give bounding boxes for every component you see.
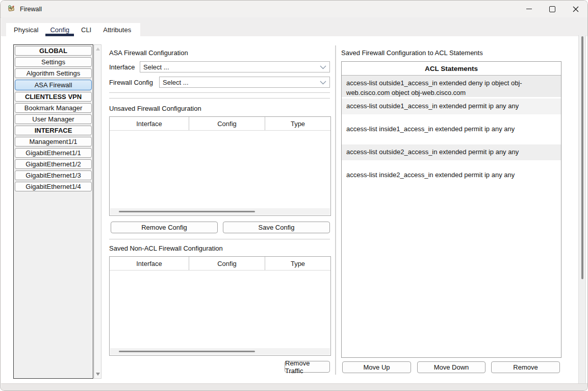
tab-physical[interactable]: Physical [14,23,38,36]
move-up-button[interactable]: Move Up [342,361,411,373]
sidebar-item-management1-1[interactable]: Management1/1 [15,137,92,146]
close-icon [573,6,579,12]
window-bottom-frame [1,383,588,391]
table-header-row: Interface Config Type [110,257,330,271]
sidebar-item-gigabitethernet1-4[interactable]: GigabitEthernet1/4 [15,182,92,191]
minimize-button[interactable] [517,1,541,17]
saved-nonacl-table: Interface Config Type [109,256,331,356]
minimize-icon [526,9,532,9]
chevron-down-icon [320,81,326,85]
move-down-button[interactable]: Move Down [417,361,485,373]
sidebar-item-gigabitethernet1-3[interactable]: GigabitEthernet1/3 [15,170,92,180]
sidebar-item-clientless-vpn[interactable]: CLIENTLESS VPN [15,92,92,102]
firewall-config-select-value: Select ... [163,79,189,86]
scroll-down-icon [96,373,100,376]
interface-select[interactable]: Select ... [140,61,330,72]
acl-statement-row[interactable]: access-list inside2_access_in extended p… [342,167,561,190]
column-header-type: Type [265,117,330,130]
acl-panel-title: Saved Firewall Configuration to ACL Stat… [341,49,483,57]
remove-button[interactable]: Remove [491,361,560,373]
acl-statement-row[interactable]: access-list outside1_access_in extended … [342,99,561,121]
pane-vertical-scrollbar[interactable] [578,35,586,383]
sidebar-item-gigabitethernet1-1[interactable]: GigabitEthernet1/1 [15,148,92,158]
saved-nonacl-title: Saved Non-ACL Firewall Configuration [109,245,223,252]
sidebar-item-global[interactable]: GLOBAL [15,46,92,56]
separator [109,239,330,239]
interface-label: Interface [109,63,135,71]
sidebar-item-bookmark-manager[interactable]: Bookmark Manager [15,103,92,113]
column-header-interface: Interface [110,257,189,270]
sidebar-item-user-manager[interactable]: User Manager [15,114,92,124]
table-header-row: Interface Config Type [110,117,330,131]
save-config-button[interactable]: Save Config [223,222,330,233]
tab-config[interactable]: Config [50,23,69,36]
sidebar-item-interface[interactable]: INTERFACE [15,126,92,135]
packet-tracer-app-icon [7,5,16,13]
firewall-window: Firewall Physical Config CLI Attributes … [0,0,588,391]
maximize-icon [549,6,555,12]
unsaved-config-table: Interface Config Type [109,116,331,216]
table-horizontal-scrollbar[interactable] [110,348,330,355]
sidebar-scrollbar[interactable] [94,44,101,379]
unsaved-config-title: Unsaved Firewall Configuration [109,105,201,112]
acl-statement-row[interactable]: access-list outside2_access_in extended … [342,144,561,167]
interface-select-value: Select ... [143,63,169,71]
column-header-type: Type [265,257,330,270]
close-button[interactable] [564,1,587,17]
column-header-config: Config [189,117,265,130]
acl-statement-row[interactable]: access-list outside1_access_in extended … [342,76,561,99]
scrollbar-thumb[interactable] [119,211,255,212]
separator [109,92,330,93]
firewall-config-label: Firewall Config [109,79,153,86]
asa-config-title: ASA Firewall Configuration [109,49,188,57]
acl-statement-row[interactable]: access-list inside1_access_in extended p… [342,121,561,144]
table-horizontal-scrollbar[interactable] [110,208,330,215]
acl-statements-list: ACL Statements access-list outside1_acce… [341,61,561,358]
firewall-config-select[interactable]: Select ... [159,77,330,88]
sidebar-item-algorithm-settings[interactable]: Algorithm Settings [15,68,92,78]
acl-list-header: ACL Statements [342,62,561,76]
column-header-interface: Interface [110,117,189,130]
title-bar[interactable]: Firewall [1,1,587,18]
remove-config-button[interactable]: Remove Config [111,222,218,233]
sidebar-item-gigabitethernet1-2[interactable]: GigabitEthernet1/2 [15,159,92,169]
config-sidebar: GLOBAL Settings Algorithm Settings ASA F… [13,44,93,379]
remove-traffic-button[interactable]: Remove Traffic [285,361,330,373]
panel-divider[interactable] [335,45,336,375]
scroll-up-icon [96,47,100,51]
column-header-config: Config [189,257,265,270]
scrollbar-thumb[interactable] [119,351,255,352]
tab-cli[interactable]: CLI [81,23,91,36]
tab-attributes[interactable]: Attributes [103,23,131,36]
sidebar-item-asa-firewall[interactable]: ASA Firewall [15,80,92,90]
tab-bar: Physical Config CLI Attributes [1,17,588,36]
sidebar-item-settings[interactable]: Settings [15,57,92,67]
chevron-down-icon [320,65,326,69]
scrollbar-thumb[interactable] [581,36,583,279]
maximize-button[interactable] [541,1,564,17]
window-title: Firewall [20,6,42,13]
separator [109,98,330,99]
